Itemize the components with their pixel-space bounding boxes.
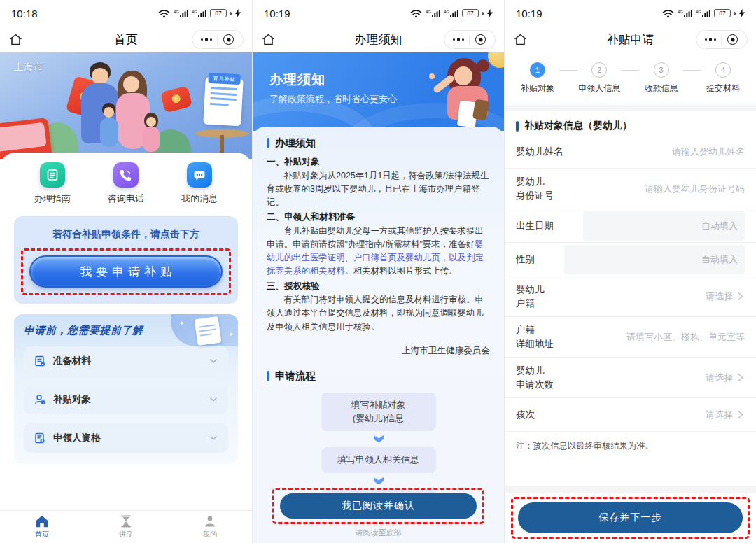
notice-h3: 三、授权核验 [267,280,490,294]
home-content-card: 办理指南 咨询电话 我的消息 若符合补贴申领条件，请点击下方 [0,153,252,543]
apply-subsidy-button[interactable]: 我要申请补贴 [29,255,223,288]
application-form: 补贴对象信息（婴幼儿） 婴幼儿姓名 请输入婴幼儿姓名 婴幼儿 身份证号 请输入婴… [505,111,756,480]
notice-text: 一、补贴对象 补贴对象为从2025年1月1日起，符合政策/法律法规生育或收养的3… [267,155,490,334]
quick-action-guide[interactable]: 办理指南 [28,162,77,205]
annotation-box-save: 保存并下一步 [511,497,750,539]
section-bar [267,138,270,148]
notice-h2: 二、申领人和材料准备 [267,211,490,225]
read-to-bottom-hint: 请阅读至底部 [253,528,504,538]
infant-name-input[interactable]: 请输入婴幼儿姓名 [672,146,745,158]
close-miniapp-icon[interactable] [727,34,738,45]
section-divider [505,105,756,111]
notice-h1: 一、补贴对象 [267,155,490,169]
field-infant-household[interactable]: 婴幼儿 户籍 请选择 [505,276,756,317]
clock: 10:19 [264,8,290,20]
apply-card: 若符合补贴申领条件，请点击下方 我要申请补贴 [14,216,238,304]
notice-content: 办理须知 一、补贴对象 补贴对象为从2025年1月1日起，符合政策/法律法规生育… [253,127,504,543]
infant-id-input[interactable]: 请输入婴幼儿身份证号码 [645,183,745,195]
hero-title: 办理须知 [270,71,326,89]
progress-stepper: 1 补贴对象 2 申领人信息 3 收款信息 4 提交材料 [505,52,756,103]
status-bar: 10:19 4G 4G 87 [505,0,756,27]
doc-badge: 育儿补贴 [208,73,241,85]
tab-home[interactable]: 首页 [0,511,84,543]
battery-nub [734,12,736,15]
guide-doc-icon [40,162,65,188]
step-4-submit-materials: 4 提交材料 [701,62,745,94]
pre-apply-info-card: ✦ ✦ 申请前，您需要提前了解 准备材料 补贴对象 申领人资格 [14,314,238,464]
birth-date-auto-field: 自动填入 [583,211,745,241]
save-next-button[interactable]: 保存并下一步 [518,502,743,533]
gender-auto-field: 自动填入 [564,245,745,274]
field-household-address: 户籍 详细地址 请填写小区、楼栋、单元室等 [505,317,756,358]
step-1-subsidy-target: 1 补贴对象 [516,62,559,94]
city-label: 上海市 [14,61,43,73]
battery-nub [230,12,232,15]
more-menu-icon[interactable] [700,38,722,41]
close-miniapp-icon[interactable] [223,34,234,45]
notice-p2: 育儿补贴由婴幼儿父母一方或其他监护人按要求提出申请。申请前请按照"办理指南/所需… [267,225,490,278]
screen-application-form: 10:19 4G 4G 87 补贴申请 1 补贴对象 [504,0,756,543]
person-icon [34,393,46,406]
clock: 10:18 [11,8,38,20]
wifi-icon [410,9,422,18]
chevron-down-icon [209,433,218,443]
charging-bolt-icon [487,9,493,17]
cellular-signal-icon-2: 4G [696,9,710,17]
cellular-signal-icon-2: 4G [444,9,458,17]
field-infant-name: 婴幼儿姓名 请输入婴幼儿姓名 [505,135,756,169]
cellular-signal-icon-1: 4G [678,9,692,17]
subsidy-document-illustration: 育儿补贴 [203,77,243,127]
quick-actions: 办理指南 咨询电话 我的消息 [0,153,252,205]
address-input[interactable]: 请填写小区、楼栋、单元室等 [626,331,745,344]
chevron-right-icon [736,409,745,420]
notice-section-header: 办理须知 [267,136,490,150]
chevron-right-icon [736,291,745,302]
tab-progress[interactable]: 进度 [84,511,168,543]
phone-icon [113,162,139,188]
child-order-note: 注：孩次信息以最终审核结果为准。 [505,432,756,480]
chevron-right-icon [736,372,745,383]
tab-profile[interactable]: 我的 [168,511,252,543]
close-miniapp-icon[interactable] [475,34,486,45]
flow-step-2: 填写申领人相关信息 [321,447,436,473]
confirm-area: 我已阅读并确认 请阅读至底部 [253,488,504,538]
message-bubble-icon [187,162,212,188]
footer-divider [505,486,756,493]
miniapp-capsule [192,30,244,49]
quick-action-messages[interactable]: 我的消息 [175,162,224,205]
section-bar [516,121,519,132]
confirm-read-button[interactable]: 我已阅读并确认 [280,493,477,519]
accordion-applicant-eligibility[interactable]: 申领人资格 [24,423,228,453]
home-tab-icon [34,514,50,528]
status-bar: 10:18 4G 4G 87 [0,0,252,27]
chevron-down-icon [209,356,218,366]
issuer-signature: 上海市卫生健康委员会 [267,345,490,357]
field-birth-date: 出生日期 自动填入 [505,209,756,243]
screen-notice: 10:19 4G 4G 87 办理须知 办理须知 了解政策流程，省时省心 [252,0,504,543]
accordion-subsidy-target[interactable]: 补贴对象 [24,385,228,414]
field-gender: 性别 自动填入 [505,243,756,276]
home-banner-illustration: 上海市 [0,52,252,159]
more-menu-icon[interactable] [196,38,218,41]
battery-icon: 87 [462,9,479,17]
cellular-signal-icon-2: 4G [192,9,206,17]
status-bar: 10:19 4G 4G 87 [253,0,504,27]
quick-action-hotline[interactable]: 咨询电话 [102,162,150,205]
three-screen-composite: 10:18 4G 4G 87 首页 上海市 [0,0,756,543]
cellular-signal-icon-1: 4G [426,9,440,17]
notice-p3: 有关部门将对申领人提交的信息及材料进行审核。申领人通过本平台提交信息及材料，即视… [267,293,490,334]
charging-bolt-icon [235,9,241,17]
accordion-prepare-materials[interactable]: 准备材料 [24,346,228,376]
flow-arrow-down-icon [267,435,490,443]
nav-bar: 办理须知 [253,27,504,52]
notebook-illustration: ✦ ✦ [171,314,238,346]
more-menu-icon[interactable] [448,38,470,41]
woman-illustration [418,57,503,131]
cellular-signal-icon-1: 4G [174,9,188,17]
field-child-order[interactable]: 孩次 请选择 [505,398,756,432]
screen-home: 10:18 4G 4G 87 首页 上海市 [0,0,252,543]
field-application-count[interactable]: 婴幼儿 申请次数 请选择 [505,358,756,398]
notice-p1: 补贴对象为从2025年1月1日起，符合政策/法律法规生育或收养的3周岁以下婴幼儿… [267,169,490,210]
wifi-icon [158,9,170,18]
hourglass-icon [119,514,133,528]
